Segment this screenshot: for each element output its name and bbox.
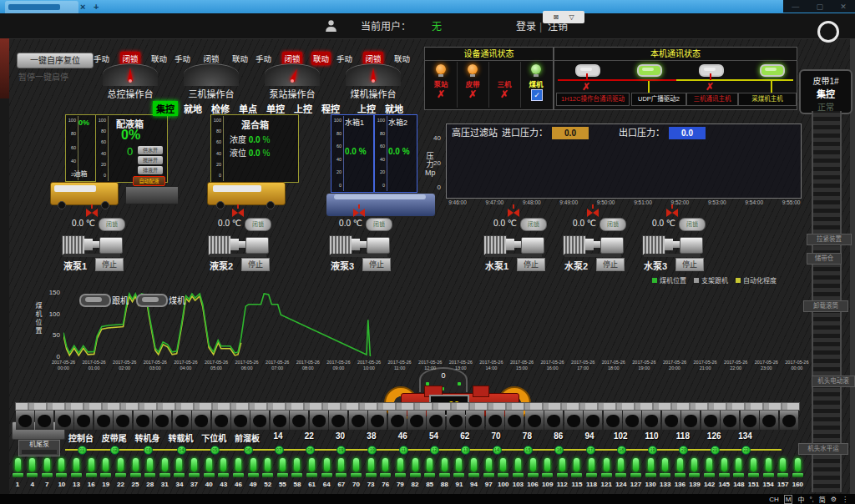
pump-lock-button[interactable]: 闭锁 [600, 218, 626, 231]
support-valve-icon[interactable] [191, 458, 197, 471]
support-valve-icon[interactable] [648, 458, 654, 471]
ime-item[interactable]: CH [769, 496, 779, 503]
support-valve-icon[interactable] [309, 458, 315, 471]
support-valve-icon[interactable] [442, 458, 448, 471]
console-mode-chip[interactable]: 手动 [173, 52, 192, 65]
support-valve-icon[interactable] [133, 458, 139, 471]
console-mode-chip[interactable]: 联动 [149, 52, 169, 65]
pause-start-stop-label[interactable]: 暂停一键启停 [18, 70, 102, 83]
support-valve-icon[interactable] [456, 458, 462, 471]
mode-button[interactable]: 就地 [382, 101, 407, 116]
support-valve-icon[interactable] [220, 458, 226, 471]
station-node[interactable]: 05 [210, 446, 220, 455]
support-valve-icon[interactable] [559, 458, 565, 471]
extension-popup[interactable]: ⊠ ▽ [543, 11, 584, 23]
support-valve-icon[interactable] [382, 458, 388, 471]
browser-tab[interactable] [5, 1, 78, 13]
support-valve-icon[interactable] [795, 458, 801, 471]
support-valve-icon[interactable] [162, 458, 168, 471]
support-valve-icon[interactable] [530, 458, 536, 471]
support-valve-icon[interactable] [721, 458, 727, 471]
mix-tank-button[interactable]: 搅拌开 [138, 156, 163, 164]
one-key-reset-button[interactable]: 一键自序复位 [17, 53, 94, 68]
support-valve-icon[interactable] [280, 458, 286, 471]
console-mode-chip[interactable]: 联动 [311, 52, 331, 65]
mode-button[interactable]: 单控 [263, 101, 288, 116]
mode-button[interactable]: 程控 [318, 101, 343, 116]
station-node[interactable]: 06 [244, 446, 253, 455]
support-valve-icon[interactable] [486, 458, 492, 471]
station-node[interactable]: 18 [617, 446, 626, 455]
tab-close-icon[interactable]: × [80, 2, 85, 12]
ime-item[interactable]: 简 [819, 495, 826, 504]
mode-button[interactable]: 单点 [235, 101, 261, 116]
station-node[interactable]: 03 [144, 446, 153, 455]
support-valve-icon[interactable] [368, 458, 374, 471]
console-mode-chip[interactable]: 手动 [335, 52, 354, 65]
station-node[interactable]: 10 [367, 446, 377, 455]
login-button[interactable]: 登录 [516, 21, 536, 33]
console-dial[interactable] [346, 63, 401, 86]
window-close-icon[interactable]: ✕ [840, 3, 847, 11]
support-valve-icon[interactable] [44, 458, 50, 471]
support-valve-icon[interactable] [29, 458, 35, 471]
pump-lock-button[interactable]: 闭锁 [520, 218, 547, 231]
support-valve-icon[interactable] [235, 458, 241, 471]
support-valve-icon[interactable] [176, 458, 182, 471]
station-node[interactable]: 13 [461, 446, 470, 455]
support-valve-icon[interactable] [73, 458, 79, 471]
station-node[interactable]: 01 [78, 446, 87, 455]
station-node[interactable]: 22 [741, 446, 751, 455]
ime-item[interactable]: M [784, 495, 793, 504]
console-mode-chip[interactable]: 联动 [392, 52, 412, 65]
popup-icon-1[interactable]: ⊠ [553, 13, 559, 21]
support-valve-icon[interactable] [589, 458, 594, 471]
pump-lock-button[interactable]: 闭锁 [99, 218, 125, 231]
popup-icon-2[interactable]: ▽ [569, 13, 574, 21]
new-tab-icon[interactable]: + [94, 2, 99, 12]
support-valve-icon[interactable] [265, 458, 271, 471]
console-dial[interactable] [265, 63, 320, 86]
mode-button[interactable]: 检修 [208, 101, 233, 116]
support-valve-icon[interactable] [206, 458, 212, 471]
station-node[interactable]: 14 [493, 446, 502, 455]
mix-tank-button[interactable]: 排液开 [138, 166, 163, 174]
console-mode-chip[interactable]: 手动 [92, 52, 111, 65]
support-valve-icon[interactable] [604, 458, 610, 471]
support-valve-icon[interactable] [147, 458, 153, 471]
support-valve-icon[interactable] [118, 458, 124, 471]
support-valve-icon[interactable] [780, 458, 786, 471]
support-valve-icon[interactable] [338, 458, 344, 471]
station-node[interactable]: 15 [524, 446, 533, 455]
mode-button[interactable]: 上控 [291, 101, 316, 116]
station-node[interactable]: 09 [336, 446, 346, 455]
station-node[interactable]: 04 [177, 446, 186, 455]
station-node[interactable]: 16 [554, 446, 564, 455]
comm-checkbox[interactable]: ✓ [531, 89, 543, 101]
station-node[interactable]: 07 [275, 446, 284, 455]
station-node[interactable]: 12 [430, 446, 439, 455]
support-valve-icon[interactable] [58, 458, 64, 471]
console-dial[interactable] [184, 63, 239, 86]
station-node[interactable]: 17 [586, 446, 595, 455]
mix-tank-button[interactable]: 自动配液 [133, 176, 165, 186]
support-valve-icon[interactable] [500, 458, 506, 471]
support-valve-icon[interactable] [103, 458, 109, 471]
support-valve-icon[interactable] [427, 458, 433, 471]
ime-item[interactable]: °, [809, 496, 813, 503]
support-valve-icon[interactable] [633, 458, 639, 471]
window-maximize-icon[interactable]: ▢ [816, 3, 823, 11]
support-valve-icon[interactable] [618, 458, 624, 471]
support-valve-icon[interactable] [294, 458, 300, 471]
support-valve-icon[interactable] [250, 458, 256, 471]
console-mode-chip[interactable]: 联动 [230, 52, 250, 65]
mode-button[interactable]: 上控 [354, 101, 379, 116]
support-valve-icon[interactable] [662, 458, 668, 471]
support-valve-icon[interactable] [412, 458, 418, 471]
station-node[interactable]: 19 [648, 446, 657, 455]
support-valve-icon[interactable] [574, 458, 579, 471]
station-node[interactable]: 11 [399, 446, 408, 455]
support-valve-icon[interactable] [15, 458, 21, 471]
station-node[interactable]: 08 [306, 446, 315, 455]
station-node[interactable]: 02 [110, 446, 119, 455]
